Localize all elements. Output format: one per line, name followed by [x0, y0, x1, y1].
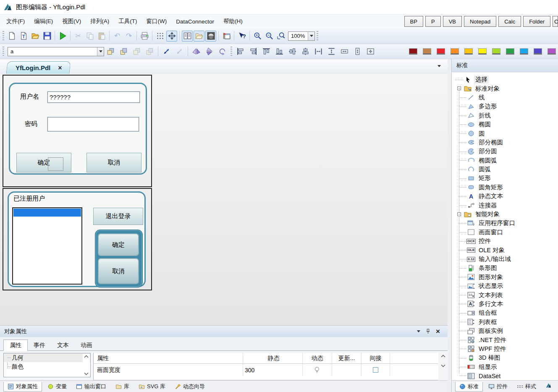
quick-launch-button[interactable]: BP [404, 16, 423, 27]
login-cancel-button[interactable]: 取消 [86, 153, 141, 172]
logout-button[interactable]: 退出登录 [93, 208, 143, 225]
color-swatch-button[interactable] [434, 46, 448, 57]
palette-item[interactable]: .NET 控件 [452, 335, 558, 344]
menu-item[interactable]: DataConnector [171, 18, 219, 25]
send-backward-button[interactable] [144, 46, 155, 57]
palette-item[interactable]: 组显示 [452, 363, 558, 371]
palette-item[interactable]: A静态文本 [452, 192, 558, 201]
color-swatch-button[interactable] [406, 46, 420, 57]
new-button[interactable] [6, 31, 17, 42]
dock-tab[interactable]: 对象属性 [3, 382, 42, 392]
grid-cell-attribute[interactable]: 画面宽度 [94, 364, 243, 376]
dock-tab[interactable]: 变量 [44, 382, 71, 391]
stray-rect[interactable] [48, 157, 63, 171]
grid-cell-indirect[interactable] [362, 364, 390, 376]
chevron-down-icon[interactable] [308, 32, 314, 40]
palette-item[interactable]: 3D 棒图 [452, 353, 558, 362]
same-width-button[interactable] [339, 46, 350, 57]
send-to-back-button[interactable] [118, 46, 129, 57]
dock-tab[interactable]: 控件 [485, 382, 511, 391]
properties-tab[interactable]: 动画 [75, 340, 98, 351]
align-right-button[interactable] [248, 46, 259, 57]
new-template-button[interactable]: T [18, 31, 29, 42]
color-swatch-button[interactable] [503, 46, 517, 57]
pan-button[interactable] [166, 31, 177, 42]
run-button[interactable] [57, 31, 68, 42]
palette-item[interactable]: 图形对象 [452, 273, 558, 282]
registered-users-label[interactable]: 已注册用户 [13, 195, 45, 203]
palette-item[interactable]: 连接器 [452, 201, 558, 209]
save-button[interactable] [42, 31, 52, 42]
palette-item[interactable]: -智能对象 [452, 210, 558, 219]
menu-item[interactable]: 文件(F) [2, 18, 29, 25]
users-cancel-button[interactable]: 取消 [98, 258, 139, 284]
category-scrollbar[interactable] [83, 354, 90, 376]
toolbar-drag-handle[interactable] [317, 31, 318, 41]
dock-tab[interactable]: 样式 [513, 382, 540, 391]
menu-item[interactable]: 编辑(E) [29, 18, 58, 25]
palette-item[interactable]: 椭圆弧 [452, 156, 558, 165]
align-top-button[interactable] [261, 46, 272, 57]
scroll-up-icon[interactable] [84, 355, 89, 358]
palette-item[interactable]: 应用程序窗口 [452, 219, 558, 227]
palette-item[interactable]: 圆 [452, 129, 558, 138]
same-height-button[interactable] [352, 46, 363, 57]
dock-tab[interactable]: 库 [112, 382, 133, 391]
style-combo[interactable]: a [8, 47, 104, 56]
zoom-area-button[interactable] [275, 31, 286, 42]
property-grid[interactable]: 属性静态动态更新...间接 画面宽度300 [93, 353, 438, 380]
listbox-selected-row[interactable] [13, 209, 81, 217]
property-category-tree[interactable]: 几何颜色 [3, 353, 91, 377]
color-swatch-button[interactable] [448, 46, 461, 57]
color-swatch-button[interactable] [475, 46, 489, 57]
color-swatch-button[interactable] [489, 46, 503, 57]
palette-item[interactable]: 折线 [452, 111, 558, 120]
palette-item[interactable]: -标准对象 [452, 84, 558, 93]
properties-tab[interactable]: 属性 [3, 340, 28, 351]
grid-cell-dynamic[interactable] [303, 364, 332, 376]
palette-item[interactable]: 列表框 [452, 318, 558, 327]
print-button[interactable] [139, 31, 150, 42]
palette-item[interactable]: 组合框 [452, 308, 558, 317]
category-tree-item[interactable]: 颜色 [4, 362, 90, 371]
menu-item[interactable]: 帮助(H) [219, 18, 247, 25]
palette-item[interactable]: 多边形 [452, 102, 558, 111]
dock-tab[interactable] [542, 382, 555, 389]
cut-button[interactable]: ✂ [73, 31, 84, 42]
palette-item[interactable]: 选择 [452, 75, 558, 84]
pin-icon[interactable] [425, 329, 431, 334]
menu-item[interactable]: 窗口(W) [142, 18, 172, 25]
bring-to-front-button[interactable] [105, 46, 116, 57]
password-input[interactable] [47, 117, 139, 131]
drawing-canvas[interactable]: 用户名 密码 确定 取消 已注册用户 退出登录 确定 取消 [0, 74, 448, 325]
menu-item[interactable]: 视图(V) [58, 18, 86, 25]
dock-tab[interactable]: SVG 库 [135, 382, 169, 391]
lightbulb-icon[interactable] [314, 366, 320, 374]
panel-splitter[interactable] [448, 59, 451, 392]
color-swatch-button[interactable] [531, 46, 545, 57]
rotate-button[interactable] [217, 46, 228, 57]
link-tag-button[interactable] [161, 46, 172, 57]
open-button[interactable] [30, 31, 41, 42]
tree-expander-icon[interactable]: - [457, 86, 461, 90]
grid-cell-static[interactable]: 300 [243, 364, 303, 376]
open-library-button[interactable] [194, 31, 204, 42]
undo-button[interactable]: ↶ [112, 31, 123, 42]
properties-tab[interactable]: 文本 [51, 340, 75, 351]
palette-item[interactable]: 面板实例 [452, 327, 558, 335]
palette-item[interactable]: 椭圆 [452, 120, 558, 129]
palette-item[interactable]: 部分椭圆 [452, 138, 558, 147]
align-bottom-button[interactable] [274, 46, 285, 57]
color-swatch-button[interactable] [545, 46, 558, 57]
align-left-button[interactable] [235, 46, 246, 57]
same-size-button[interactable] [365, 46, 376, 57]
color-swatch-button[interactable] [461, 46, 475, 57]
menu-item[interactable]: 工具(T) [114, 18, 141, 25]
username-label[interactable]: 用户名 [20, 93, 39, 101]
palette-item[interactable]: 10文本列表 [452, 290, 558, 299]
password-label[interactable]: 密码 [25, 120, 37, 128]
username-input[interactable] [47, 91, 140, 103]
color-swatch-button[interactable] [420, 46, 434, 57]
palette-item[interactable]: 部分圆 [452, 147, 558, 156]
palette-item[interactable]: 线 [452, 93, 558, 102]
